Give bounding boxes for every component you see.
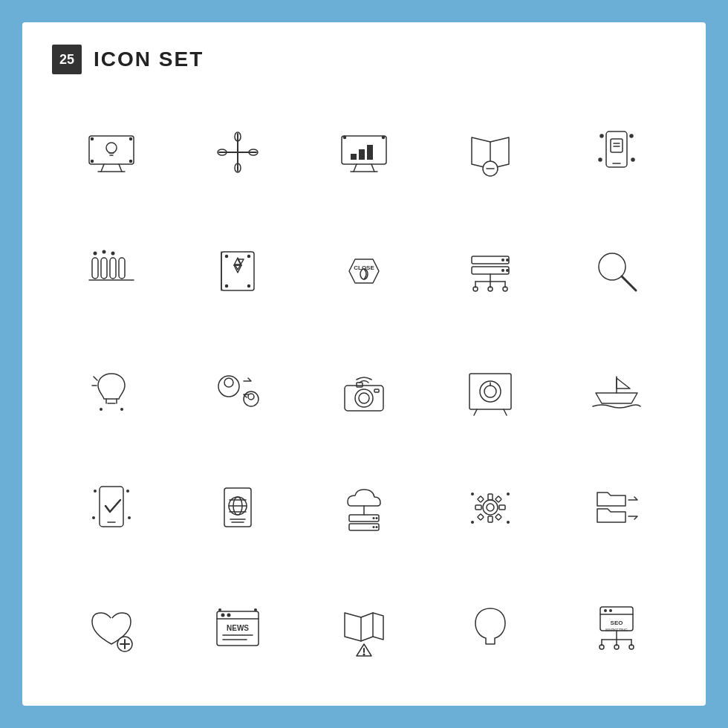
icon-camera-wifi — [305, 334, 423, 446]
svg-point-137 — [221, 614, 225, 617]
icon-map-minus — [431, 97, 550, 208]
svg-rect-21 — [351, 154, 357, 160]
svg-point-36 — [599, 158, 602, 161]
icon-server-network — [431, 215, 550, 327]
svg-point-138 — [227, 614, 231, 617]
badge: 25 — [52, 45, 82, 74]
svg-rect-39 — [101, 258, 107, 279]
svg-rect-121 — [499, 505, 505, 510]
icon-close-tag: CLOSE — [305, 215, 423, 327]
icon-passport — [178, 453, 297, 565]
icon-star-book — [178, 215, 297, 327]
svg-point-143 — [254, 608, 257, 611]
svg-rect-119 — [488, 516, 493, 522]
icon-head-analytics — [431, 572, 550, 683]
svg-point-42 — [94, 252, 97, 256]
icons-grid: CLOSE — [52, 97, 676, 683]
icon-cloud-server — [305, 453, 423, 565]
svg-point-114 — [373, 526, 375, 528]
svg-rect-22 — [359, 149, 365, 160]
svg-point-50 — [226, 256, 228, 258]
svg-point-129 — [507, 521, 510, 524]
svg-rect-123 — [495, 514, 501, 520]
svg-point-37 — [631, 158, 634, 161]
svg-point-77 — [100, 408, 103, 411]
svg-rect-125 — [478, 514, 484, 520]
svg-text:CLOSE: CLOSE — [354, 264, 374, 271]
svg-point-117 — [487, 504, 494, 511]
svg-point-82 — [248, 394, 254, 400]
svg-rect-87 — [374, 389, 379, 392]
svg-line-76 — [94, 377, 97, 380]
icon-monitor-chart — [305, 97, 423, 208]
svg-point-44 — [111, 252, 115, 256]
svg-line-2 — [119, 164, 122, 172]
icon-gear-badge — [431, 453, 550, 565]
svg-point-147 — [363, 654, 365, 656]
svg-point-61 — [506, 269, 509, 272]
svg-point-53 — [248, 285, 250, 287]
svg-line-18 — [354, 164, 357, 172]
svg-point-4 — [106, 143, 117, 153]
svg-point-84 — [355, 389, 373, 407]
svg-point-142 — [218, 608, 221, 611]
page-title: ICON SET — [94, 48, 204, 71]
svg-rect-38 — [92, 258, 98, 279]
svg-point-78 — [120, 408, 123, 411]
svg-point-43 — [103, 250, 106, 254]
svg-point-112 — [373, 517, 375, 519]
svg-rect-122 — [478, 496, 484, 502]
icon-heart-medical — [52, 572, 171, 683]
svg-point-90 — [484, 386, 496, 397]
svg-point-155 — [604, 609, 607, 612]
svg-point-59 — [506, 259, 509, 261]
icon-test-tubes — [52, 215, 171, 327]
svg-line-19 — [371, 164, 374, 172]
svg-rect-86 — [357, 383, 363, 387]
svg-point-156 — [609, 609, 612, 612]
icon-mobile-app — [557, 97, 676, 208]
header: 25 ICON SET — [52, 45, 676, 74]
svg-point-128 — [471, 521, 474, 524]
svg-point-25 — [383, 137, 385, 139]
svg-point-58 — [501, 259, 504, 261]
svg-point-51 — [248, 256, 250, 258]
icon-boat — [557, 334, 676, 446]
svg-point-97 — [94, 490, 97, 493]
svg-rect-41 — [119, 258, 125, 279]
svg-point-52 — [226, 285, 228, 287]
svg-point-7 — [91, 138, 94, 140]
icon-safe-box — [431, 334, 550, 446]
svg-point-113 — [376, 517, 378, 519]
svg-point-9 — [91, 160, 94, 163]
icon-monitor-idea — [52, 97, 171, 208]
svg-point-126 — [471, 493, 474, 495]
icon-folder-transfer — [557, 453, 676, 565]
svg-point-100 — [128, 516, 131, 519]
svg-point-24 — [344, 137, 346, 139]
svg-text:NEWS: NEWS — [227, 624, 249, 632]
svg-line-92 — [474, 409, 477, 415]
svg-line-1 — [101, 164, 104, 172]
svg-point-99 — [92, 516, 95, 519]
icon-lightbulb — [52, 334, 171, 446]
icon-map-warning — [305, 572, 423, 683]
svg-line-93 — [504, 409, 507, 415]
icon-seo-marketing: SEO MARKETING — [557, 572, 676, 683]
svg-rect-124 — [495, 496, 501, 502]
svg-rect-101 — [224, 488, 251, 527]
svg-text:SEO: SEO — [611, 620, 623, 626]
svg-point-80 — [224, 378, 233, 387]
svg-point-34 — [600, 134, 603, 137]
svg-point-60 — [501, 269, 504, 272]
svg-rect-23 — [367, 145, 373, 160]
icon-news-browser: NEWS — [178, 572, 297, 683]
svg-rect-31 — [611, 139, 623, 152]
svg-rect-88 — [469, 374, 511, 409]
icon-wrench-tool — [178, 97, 297, 208]
icon-mobile-check — [52, 453, 171, 565]
svg-rect-95 — [100, 487, 123, 527]
svg-point-35 — [630, 134, 633, 137]
svg-point-98 — [126, 490, 129, 493]
icon-search — [557, 215, 676, 327]
